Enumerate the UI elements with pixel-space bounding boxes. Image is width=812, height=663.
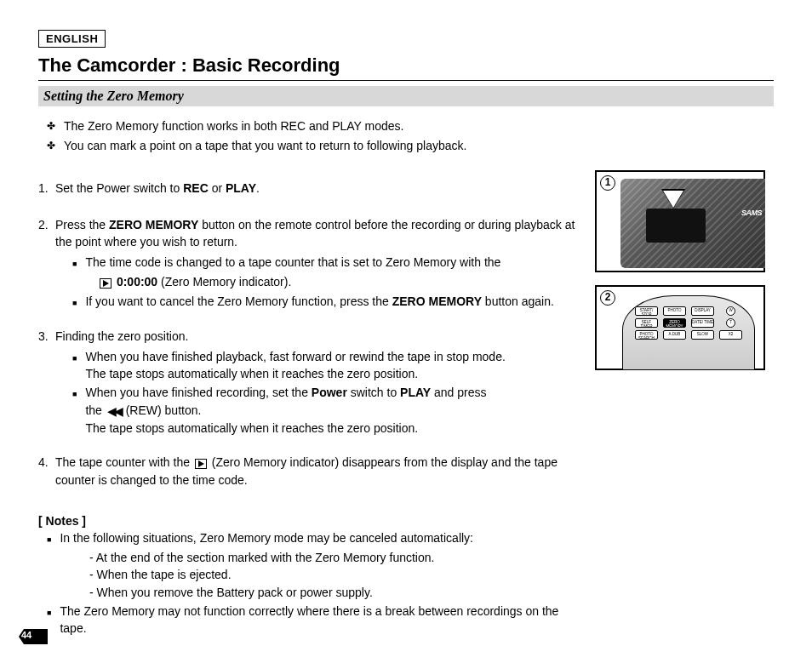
t: (REW) button. [126,403,202,417]
figure-number: 2 [600,290,615,306]
remote-btn-t: T [726,318,735,328]
content-wrap: The Zero Memory function works in both R… [38,115,774,639]
text-column: The Zero Memory function works in both R… [38,115,595,639]
t: If you want to cancel the Zero Memory fu… [85,293,553,311]
t: The tape stops automatically when it rea… [85,421,418,435]
remote-control-illustration: START/ STOP PHOTO DISPLAY W SELF TIMER Z… [622,295,755,370]
square-bullet-icon [72,384,85,437]
intro-text: The Zero Memory function works in both R… [64,118,403,134]
square-bullet-icon [47,603,60,637]
figure-1: 1 SAMS [595,170,765,272]
step-2: 2. Press the ZERO MEMORY button on the r… [38,216,582,251]
zero-memory-indicator-icon [100,278,112,289]
t: and press [431,386,486,399]
remote-btn: PHOTO SEARCH [635,330,658,340]
step-1: 1. Set the Power switch to REC or PLAY. [38,180,582,197]
substep: If you want to cancel the Zero Memory fu… [72,293,582,311]
t: PLAY [400,386,431,399]
remote-btn: PHOTO [663,306,686,316]
step-body: Finding the zero position. [55,328,582,345]
t: In the following situations, Zero Memory… [60,529,473,547]
figure-number: 1 [600,175,615,191]
t: When you have finished recording, set th… [85,384,486,437]
t: or [209,181,226,195]
t: 0:00:00 [117,275,157,289]
remote-btn: A.DUB [663,330,686,340]
remote-btn-w: W [726,306,735,316]
step-number: 2. [38,216,55,251]
remote-btn: DISPLAY [691,306,714,316]
language-badge: ENGLISH [38,30,106,48]
figure-column: 1 SAMS 2 START/ STOP PHOTO DISPLAY W [595,115,774,639]
step-body: Press the ZERO MEMORY button on the remo… [55,216,582,251]
t: Press the [55,218,109,231]
t: The Zero Memory may not function correct… [60,603,582,637]
brand-text: SAMS [741,209,762,217]
square-bullet-icon [72,293,85,311]
t: switch to [347,386,400,399]
camcorder-illustration: SAMS [620,179,765,268]
substep: When you have finished recording, set th… [72,384,582,437]
t: . [256,181,260,195]
t: When you have finished playback, fast fo… [85,350,505,363]
step-body: Set the Power switch to REC or PLAY. [55,180,582,197]
remote-btn: SLOW [691,330,714,340]
t: Power [312,386,347,399]
note-sub: - When the tape is ejected. [89,566,582,583]
rewind-icon: ◀◀ [107,403,121,420]
t: PLAY [226,181,256,195]
note-item: The Zero Memory may not function correct… [47,603,582,637]
zero-memory-indicator-icon [195,459,207,469]
remote-buttons: START/ STOP PHOTO DISPLAY W SELF TIMER Z… [635,306,742,340]
remote-btn: START/ STOP [635,306,658,316]
intro-text: You can mark a point on a tape that you … [64,138,466,154]
figure-2: 2 START/ STOP PHOTO DISPLAY W SELF TIMER… [595,285,765,370]
t: (Zero Memory indicator). [157,275,291,289]
step-3: 3. Finding the zero position. [38,328,582,345]
t: The tape stops automatically when it rea… [85,367,418,380]
square-bullet-icon [47,529,60,547]
substep-cont: 0:00:00 (Zero Memory indicator). [98,273,582,290]
substep: When you have finished playback, fast fo… [72,348,582,383]
t: When you have finished recording, set th… [85,386,311,399]
note-sub: - At the end of the section marked with … [89,549,582,566]
note-sub: - When you remove the Battery pack or po… [89,584,582,601]
step-4: 4. The tape counter with the (Zero Memor… [38,454,582,489]
t: the [85,403,105,417]
substep: The time code is changed to a tape count… [72,254,582,271]
arrow-icon [663,191,683,208]
intro-item: The Zero Memory function works in both R… [47,118,582,134]
t: REC [183,181,209,195]
t: The time code is changed to a tape count… [85,254,500,271]
t: ZERO MEMORY [392,294,482,308]
tape-slot [646,209,706,243]
t: If you want to cancel the Zero Memory fu… [85,294,392,308]
t: ZERO MEMORY [109,218,198,231]
manual-page: ENGLISH The Camcorder : Basic Recording … [0,0,812,663]
intro-item: You can mark a point on a tape that you … [47,138,582,154]
notes-heading: [ Notes ] [38,514,582,528]
remote-btn: SELF TIMER [635,318,658,328]
page-title: The Camcorder : Basic Recording [38,54,774,81]
t: Set the Power switch to [55,181,183,195]
section-subtitle: Setting the Zero Memory [38,86,774,106]
intro-bullets: The Zero Memory function works in both R… [38,118,582,154]
t: The tape counter with the [55,455,193,469]
square-bullet-icon [72,348,85,383]
step-number: 1. [38,180,55,197]
page-number: 44 [21,630,31,640]
page-number-badge: 44 [19,629,48,644]
t: When you have finished playback, fast fo… [85,348,505,383]
step-number: 4. [38,454,55,489]
square-bullet-icon [72,254,85,271]
t: button again. [482,294,554,308]
remote-btn: X2 [719,330,742,340]
step-number: 3. [38,328,55,345]
note-item: In the following situations, Zero Memory… [47,529,582,547]
remote-btn-zero-memory: ZERO MEMORY [663,318,686,328]
remote-btn: DATE/ TIME [691,318,714,328]
step-body: The tape counter with the (Zero Memory i… [55,454,582,489]
